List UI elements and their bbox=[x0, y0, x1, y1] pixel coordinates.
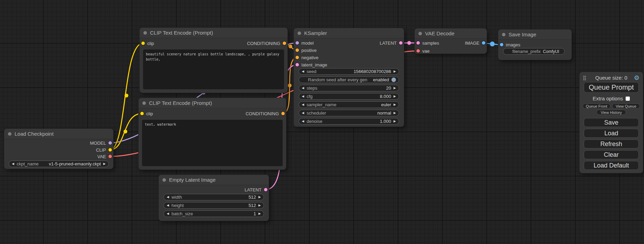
negative-input-port[interactable] bbox=[295, 56, 299, 59]
link-dot bbox=[289, 45, 292, 48]
node-vae-decode[interactable]: VAE Decode samples vae IMAGE bbox=[415, 28, 487, 54]
decrement-arrow-icon[interactable]: ◀ bbox=[167, 212, 169, 215]
queue-front-button[interactable]: Queue Front bbox=[583, 103, 610, 109]
node-collapse-dot-icon[interactable] bbox=[418, 32, 422, 35]
decrement-arrow-icon[interactable]: ◀ bbox=[302, 95, 304, 98]
node-collapse-dot-icon[interactable] bbox=[8, 132, 11, 136]
decrement-arrow-icon[interactable]: ◀ bbox=[302, 111, 304, 115]
increment-arrow-icon[interactable]: ▶ bbox=[258, 204, 261, 207]
steps-widget[interactable]: ◀ steps 20 ▶ bbox=[299, 85, 399, 91]
positive-input-port[interactable] bbox=[295, 48, 299, 52]
batch-size-widget[interactable]: ◀ batch_size 1 ▶ bbox=[164, 210, 264, 217]
filename-prefix-widget[interactable]: filename_prefix ComfyUI bbox=[503, 48, 565, 55]
clip-output-port[interactable] bbox=[108, 148, 112, 152]
decrement-arrow-icon[interactable]: ◀ bbox=[302, 120, 304, 123]
conditioning-output-port[interactable] bbox=[283, 42, 286, 45]
node-graph-canvas[interactable]: Load Checkpoint MODEL CLIP VAE ◀ ckpt_na… bbox=[0, 0, 644, 244]
load-button[interactable]: Load bbox=[584, 129, 639, 138]
vae-input-port[interactable] bbox=[416, 49, 420, 53]
clip-input-port[interactable] bbox=[141, 42, 145, 45]
ckpt-name-widget[interactable]: ◀ ckpt_name v1-5-pruned-emaonly.ckpt ▶ bbox=[9, 161, 109, 167]
input-clip: clip bbox=[141, 40, 154, 46]
increment-arrow-icon[interactable]: ▶ bbox=[258, 196, 261, 199]
input-latent-image: latent_image bbox=[295, 62, 327, 67]
node-title: Save Image bbox=[509, 31, 536, 37]
decrement-arrow-icon[interactable]: ◀ bbox=[302, 87, 304, 90]
negative-prompt-textarea[interactable]: text, watermark bbox=[142, 120, 283, 166]
model-input-port[interactable] bbox=[295, 41, 299, 45]
extra-options-label: Extra options bbox=[593, 96, 623, 101]
node-collapse-dot-icon[interactable] bbox=[298, 31, 301, 35]
node-collapse-dot-icon[interactable] bbox=[143, 31, 147, 35]
node-save-image[interactable]: Save Image images filename_prefix ComfyU… bbox=[498, 29, 572, 60]
images-input-port[interactable] bbox=[500, 43, 503, 46]
decrement-arrow-icon[interactable]: ◀ bbox=[302, 103, 304, 106]
queue-prompt-button[interactable]: Queue Prompt bbox=[584, 82, 639, 93]
extra-options-checkbox[interactable] bbox=[626, 97, 630, 101]
output-latent: LATENT bbox=[380, 40, 403, 46]
sampler-name-widget[interactable]: ◀ sampler_name euler ▶ bbox=[299, 101, 399, 108]
node-clip-text-encode-negative[interactable]: CLIP Text Encode (Prompt) clip CONDITION… bbox=[139, 98, 286, 170]
height-widget[interactable]: ◀ height 512 ▶ bbox=[164, 202, 264, 209]
view-history-button[interactable]: View History bbox=[597, 110, 626, 115]
refresh-button[interactable]: Refresh bbox=[584, 139, 639, 148]
view-queue-button[interactable]: View Queue bbox=[612, 103, 640, 109]
random-seed-toggle-widget[interactable]: Random seed after every gen enabled bbox=[299, 76, 399, 83]
increment-arrow-icon[interactable]: ▶ bbox=[394, 95, 396, 98]
output-model: MODEL bbox=[90, 140, 112, 146]
increment-arrow-icon[interactable]: ▶ bbox=[394, 120, 396, 123]
node-collapse-dot-icon[interactable] bbox=[142, 101, 146, 105]
gear-icon[interactable]: ⚙ bbox=[634, 74, 639, 82]
image-output-port[interactable] bbox=[482, 41, 485, 45]
width-widget[interactable]: ◀ width 512 ▶ bbox=[164, 194, 264, 200]
node-title: Load Checkpoint bbox=[15, 131, 54, 137]
cfg-widget[interactable]: ◀ cfg 8.000 ▶ bbox=[299, 93, 399, 100]
increment-arrow-icon[interactable]: ▶ bbox=[394, 70, 396, 73]
increment-arrow-icon[interactable]: ▶ bbox=[394, 111, 396, 115]
decrement-arrow-icon[interactable]: ◀ bbox=[167, 196, 169, 199]
conditioning-output-port[interactable] bbox=[281, 112, 285, 115]
increment-arrow-icon[interactable]: ▶ bbox=[394, 103, 396, 106]
positive-prompt-textarea[interactable]: beautiful scenery nature glass bottle la… bbox=[143, 49, 284, 89]
increment-arrow-icon[interactable]: ▶ bbox=[258, 212, 261, 215]
clear-button[interactable]: Clear bbox=[584, 150, 639, 159]
node-title: Empty Latent Image bbox=[169, 177, 215, 183]
node-empty-latent-image[interactable]: Empty Latent Image LATENT ◀ width 512 ▶ … bbox=[159, 175, 269, 221]
node-title-bar: CLIP Text Encode (Prompt) bbox=[139, 98, 286, 108]
increment-arrow-icon[interactable]: ▶ bbox=[394, 87, 396, 90]
node-title-bar: KSampler bbox=[294, 28, 404, 38]
clip-input-port[interactable] bbox=[140, 112, 144, 115]
latent-output-port[interactable] bbox=[399, 41, 403, 45]
save-button[interactable]: Save bbox=[584, 118, 639, 127]
latent-image-input-port[interactable] bbox=[295, 63, 299, 66]
input-clip: clip bbox=[140, 111, 153, 116]
decrement-arrow-icon[interactable]: ◀ bbox=[302, 70, 304, 73]
scheduler-widget[interactable]: ◀ scheduler normal ▶ bbox=[299, 110, 399, 116]
output-clip: CLIP bbox=[96, 147, 112, 153]
queue-panel: Queue size: 0 ⚙ Queue Prompt Extra optio… bbox=[580, 72, 643, 173]
toggle-dot-icon[interactable] bbox=[391, 78, 396, 82]
node-load-checkpoint[interactable]: Load Checkpoint MODEL CLIP VAE ◀ ckpt_na… bbox=[4, 129, 113, 169]
vae-output-port[interactable] bbox=[108, 155, 112, 158]
output-conditioning: CONDITIONING bbox=[246, 111, 285, 116]
link-dot bbox=[490, 42, 495, 46]
node-collapse-dot-icon[interactable] bbox=[502, 33, 505, 36]
node-clip-text-encode-positive[interactable]: CLIP Text Encode (Prompt) clip CONDITION… bbox=[140, 28, 288, 93]
latent-output-port[interactable] bbox=[264, 188, 267, 191]
seed-widget[interactable]: ◀ seed 156680208700286 ▶ bbox=[299, 68, 399, 75]
node-title: CLIP Text Encode (Prompt) bbox=[149, 100, 212, 106]
denoise-widget[interactable]: ◀ denoise 1.000 ▶ bbox=[299, 118, 399, 125]
decrement-arrow-icon[interactable]: ◀ bbox=[12, 162, 14, 165]
output-vae: VAE bbox=[97, 154, 112, 159]
node-title: KSampler bbox=[304, 30, 327, 36]
node-collapse-dot-icon[interactable] bbox=[162, 178, 166, 182]
model-output-port[interactable] bbox=[108, 141, 112, 145]
increment-arrow-icon[interactable]: ▶ bbox=[103, 162, 106, 165]
queue-panel-header: Queue size: 0 ⚙ bbox=[580, 74, 643, 81]
samples-input-port[interactable] bbox=[416, 41, 420, 45]
load-default-button[interactable]: Load Default bbox=[584, 161, 639, 170]
drag-handle-icon[interactable] bbox=[583, 75, 586, 80]
input-positive: positive bbox=[295, 47, 317, 53]
node-ksampler[interactable]: KSampler model positive negative latent_… bbox=[294, 28, 404, 127]
decrement-arrow-icon[interactable]: ◀ bbox=[167, 204, 169, 207]
